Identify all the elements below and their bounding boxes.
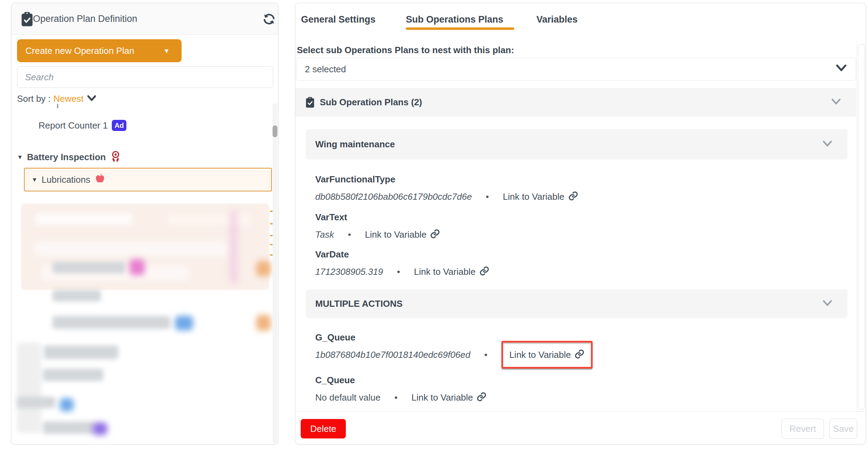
var-default-value: 1b0876804b10e7f0018140edc69f06ed (315, 350, 470, 360)
link-to-variable-action[interactable]: Link to Variable (503, 190, 578, 204)
chevron-down-icon (822, 299, 833, 309)
caret-down-icon: ▼ (32, 177, 37, 183)
save-button[interactable]: Save (829, 419, 857, 439)
blurred-orange-icon (256, 261, 271, 276)
sort-label: Sort by : (17, 93, 51, 104)
report-counter-label: Report Counter 1 (39, 120, 108, 131)
tab-sub-operations-plans[interactable]: Sub Operations Plans (406, 14, 503, 25)
search-input[interactable] (17, 66, 273, 88)
tab-general-settings[interactable]: General Settings (301, 14, 376, 25)
link-to-variable-label: Link to Variable (503, 191, 564, 202)
link-to-variable-action[interactable]: Link to Variable (365, 228, 440, 241)
detail-scrollbar-track (856, 40, 857, 411)
app-root: Operation Plan Definition Create new Ope… (0, 0, 868, 452)
section-title: Sub Operation Plans (2) (320, 97, 422, 108)
annotation-highlight-box: Link to Variable (501, 341, 593, 369)
link-to-variable-action[interactable]: Link to Variable (509, 348, 585, 362)
link-icon (479, 266, 490, 279)
tab-variables[interactable]: Variables (536, 14, 578, 25)
tree-item-battery-inspection[interactable]: ▼ Battery Inspection (17, 149, 121, 165)
left-list-scrollbar-thumb[interactable] (273, 125, 277, 137)
link-icon (430, 229, 440, 241)
sort-control[interactable]: Sort by : Newest (17, 93, 97, 105)
blurred-blue-icon (175, 316, 193, 330)
link-to-variable-label: Link to Variable (509, 350, 571, 360)
bullet-separator: • (397, 266, 400, 277)
link-icon (574, 349, 585, 362)
blurred-list-text (52, 262, 125, 273)
group-header-multiple-actions[interactable]: MULTIPLE ACTIONS (306, 289, 848, 318)
chevron-down-icon (822, 139, 833, 150)
caret-down-icon: ▼ (17, 154, 23, 160)
var-default-value: db08b580f2106bab06c6179b0cdc7d6e (315, 191, 472, 202)
blurred-list-text (17, 396, 55, 408)
chevron-down-icon (831, 97, 842, 108)
blurred-blue-icon (60, 398, 74, 411)
link-to-variable-action[interactable]: Link to Variable (411, 391, 487, 404)
blurred-preview-card (21, 204, 269, 290)
delete-button[interactable]: Delete (301, 419, 346, 438)
link-icon (568, 191, 578, 204)
link-to-variable-label: Link to Variable (414, 266, 475, 277)
list-item-report-counter[interactable]: Report Counter 1 Ad (39, 120, 126, 131)
var-name: VarText (315, 212, 347, 223)
caret-down-icon: ▼ (163, 48, 170, 54)
var-value-row: db08b580f2106bab06c6179b0cdc7d6e • Link … (315, 190, 578, 204)
sub-plans-multiselect[interactable]: 2 selected (296, 58, 856, 81)
var-default-value: 1712308905.319 (315, 266, 383, 277)
refresh-icon[interactable] (262, 12, 276, 27)
group-title: MULTIPLE ACTIONS (315, 298, 402, 309)
var-name: VarFunctionalType (315, 174, 395, 185)
var-value-row: 1712308905.319 • Link to Variable (315, 265, 490, 279)
plan-detail-panel: General Settings Sub Operations Plans Va… (295, 3, 866, 444)
var-default-value: Task (315, 229, 334, 240)
blurred-list-text (44, 345, 118, 359)
link-to-variable-label: Link to Variable (411, 392, 473, 403)
active-tab-underline (406, 27, 514, 30)
bullet-separator: • (394, 392, 398, 403)
clipboard-check-icon (305, 97, 315, 109)
blurred-list-text (43, 421, 95, 434)
blurred-list-text (43, 369, 103, 381)
clipped-list-fragment (57, 104, 58, 108)
lubrications-label: Lubrications (42, 174, 90, 185)
link-to-variable-label: Link to Variable (365, 229, 426, 240)
var-value-row: No default value • Link to Variable (315, 391, 487, 404)
blurred-pink-icon (130, 259, 145, 275)
blurred-list-text (52, 290, 101, 302)
var-value-row: Task • Link to Variable (315, 228, 440, 241)
link-to-variable-action[interactable]: Link to Variable (414, 265, 489, 279)
battery-inspection-label: Battery Inspection (27, 152, 106, 163)
award-ribbon-icon (110, 150, 121, 165)
group-header-wing-maintenance[interactable]: Wing maintenance (306, 129, 848, 159)
clipboard-check-icon (20, 11, 34, 28)
var-name: C_Queue (315, 375, 355, 386)
var-value-row: 1b0876804b10e7f0018140edc69f06ed • Link … (315, 339, 593, 370)
ad-badge: Ad (112, 120, 126, 131)
group-title: Wing maintenance (315, 139, 395, 150)
multiselect-value: 2 selected (305, 64, 346, 75)
apple-icon (94, 173, 106, 187)
nest-plans-heading: Select sub Operations Plans to nest with… (297, 45, 514, 56)
create-operation-plan-button[interactable]: Create new Operation Plan ▼ (17, 39, 182, 62)
sort-value: Newest (53, 93, 84, 104)
var-name: VarDate (315, 249, 349, 260)
operation-plan-panel-header: Operation Plan Definition (11, 3, 278, 35)
blurred-gutter (17, 343, 41, 433)
sub-operation-plans-section-header[interactable]: Sub Operation Plans (2) (295, 88, 856, 117)
panel-title: Operation Plan Definition (33, 14, 137, 24)
detail-footer: Delete Revert Save (295, 411, 866, 444)
revert-button[interactable]: Revert (782, 419, 824, 439)
tree-item-lubrications-selected[interactable]: ▼ Lubrications (24, 168, 272, 191)
bullet-separator: • (486, 191, 489, 202)
blurred-list-text (52, 316, 170, 329)
left-list-scrollbar-track[interactable] (273, 103, 277, 443)
var-default-value: No default value (315, 392, 381, 403)
blurred-orange-icon (256, 315, 271, 331)
bullet-separator: • (348, 229, 351, 240)
link-icon (476, 392, 487, 404)
chevron-down-icon (86, 94, 97, 105)
bullet-separator: • (484, 350, 487, 360)
blurred-purple-icon (93, 422, 107, 435)
detail-scrollbar-thumb[interactable] (858, 44, 865, 410)
